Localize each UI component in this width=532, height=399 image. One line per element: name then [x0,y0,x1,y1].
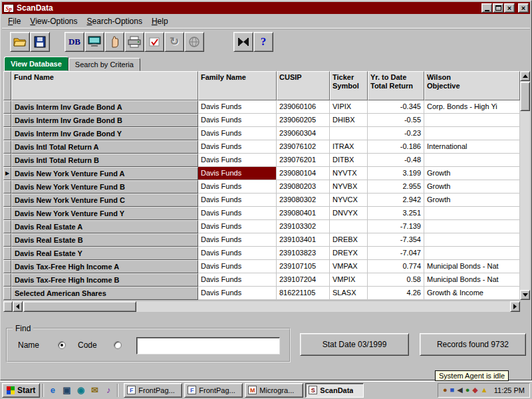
grid-cell[interactable] [330,220,368,233]
grid-cell[interactable]: 239103302 [277,220,330,233]
grid-cell[interactable]: NYVBX [330,180,368,194]
help-button[interactable]: ? [253,32,273,52]
grid-cell[interactable]: -7.354 [368,233,424,247]
grid-cell[interactable]: SLASX [330,287,368,300]
grid-cell[interactable]: Davis Funds [198,273,277,287]
grid-cell[interactable]: -0.186 [368,140,424,154]
row-marker[interactable] [3,233,11,247]
grid-cell[interactable]: 239107204 [277,273,330,287]
fund-name-cell[interactable]: Davis Intl Total Return B [11,154,198,167]
grid-cell[interactable]: DITBX [330,154,368,167]
grid-cell[interactable]: Growth [424,167,520,180]
row-marker[interactable] [3,140,11,154]
grid-cell[interactable]: Growth & Income [424,287,520,300]
column-header-ticker-symbol[interactable]: Ticker Symbol [330,71,368,100]
fund-name-cell[interactable]: Davis New York Venture Fund A [11,167,198,180]
menu-item-search-options[interactable]: Search-Options [82,15,147,27]
fund-name-cell[interactable]: Davis Interm Inv Grade Bond B [11,114,198,127]
grid-cell[interactable]: 2.942 [368,194,424,207]
taskbar-task-microgra-2[interactable]: MMicrogra... [245,383,303,398]
grid-cell[interactable]: DHIBX [330,114,368,127]
grid-cell[interactable]: VMPAX [330,260,368,273]
scroll-right-button[interactable] [510,301,520,312]
grid-cell[interactable] [424,247,520,260]
menu-item-file[interactable]: File [3,15,25,27]
fund-name-cell[interactable]: Davis Tax-Free High Income A [11,260,198,273]
grid-cell[interactable] [424,207,520,220]
grid-cell[interactable] [424,220,520,233]
fund-name-cell[interactable]: Davis Real Estate B [11,233,198,247]
grid-cell[interactable]: ITRAX [330,140,368,154]
row-marker[interactable] [3,180,11,194]
grid-cell[interactable]: DNVYX [330,207,368,220]
grid-cell[interactable]: Davis Funds [198,114,277,127]
tab-view-database[interactable]: View Database [4,57,68,71]
grid-cell[interactable]: 239080302 [277,194,330,207]
grid-cell[interactable]: 239103401 [277,233,330,247]
grid-cell[interactable]: 0.58 [368,273,424,287]
view-monitor-button[interactable] [84,32,104,52]
grid-cell[interactable] [424,233,520,247]
column-header-yr-to-date-total-return[interactable]: Yr. to Date Total Return [368,71,424,100]
grid-cell[interactable]: 4.26 [368,287,424,300]
show-desktop-icon[interactable]: ▣ [61,384,72,396]
ie-icon[interactable]: e [47,384,59,396]
grid-cell[interactable]: 239076201 [277,154,330,167]
save-button[interactable] [30,32,50,52]
db-button[interactable]: DB [65,32,84,52]
maximize-button[interactable] [493,3,503,13]
grid-cell[interactable]: Davis Funds [198,247,277,260]
grid-cell[interactable]: Davis Funds [198,167,277,180]
horizontal-scroll-thumb[interactable] [23,301,136,312]
scheduler-icon[interactable]: ● [443,386,448,394]
column-header-cusip[interactable]: CUSIP [277,71,330,100]
battery-icon[interactable]: ▲ [481,386,488,394]
row-marker[interactable] [3,273,11,287]
fund-name-cell[interactable]: Davis Interm Inv Grade Bond A [11,100,198,114]
scroll-left-button[interactable] [13,301,23,312]
grid-cell[interactable]: Davis Funds [198,180,277,194]
row-marker[interactable] [3,194,11,207]
grid-cell[interactable]: Davis Funds [198,127,277,140]
grid-cell[interactable]: Davis Funds [198,207,277,220]
grid-cell[interactable]: Davis Funds [198,260,277,273]
grid-cell[interactable]: Growth [424,180,520,194]
grid-cell[interactable]: -7.047 [368,247,424,260]
grid-cell[interactable]: Corp. Bonds - High Yi [424,100,520,114]
column-header-fund-name[interactable]: Fund Name [11,71,198,100]
grid-cell[interactable]: -0.48 [368,154,424,167]
verify-button[interactable] [144,32,164,52]
grid-cell[interactable]: 239060304 [277,127,330,140]
vertical-scrollbar[interactable] [520,71,530,300]
fund-name-cell[interactable]: Davis Tax-Free High Income B [11,273,198,287]
menu-item-help[interactable]: Help [147,15,173,27]
close-button[interactable]: × [504,3,515,13]
taskbar-task-scandata-3[interactable]: SScanData [305,383,364,398]
grid-cell[interactable]: DREBX [330,233,368,247]
menu-item-view-options[interactable]: View-Options [25,15,82,27]
column-header-wilson-objective[interactable]: Wilson Objective [424,71,520,100]
grid-cell[interactable] [424,114,520,127]
grid-cell[interactable]: 0.774 [368,260,424,273]
grid-cell[interactable]: -0.55 [368,114,424,127]
row-marker[interactable]: ▶ [3,167,11,180]
close-button-outer[interactable]: × [518,3,529,13]
grid-cell[interactable] [330,127,368,140]
grid-cell[interactable]: 239060205 [277,114,330,127]
grid-cell[interactable]: Davis Funds [198,233,277,247]
minimize-button[interactable] [481,3,492,13]
fund-name-cell[interactable]: Davis Real Estate Y [11,247,198,260]
horizontal-scrollbar[interactable] [13,301,520,312]
display-icon[interactable]: ■ [450,386,455,394]
grid-cell[interactable]: -0.345 [368,100,424,114]
grid-cell[interactable]: International [424,140,520,154]
row-marker[interactable] [3,247,11,260]
grid-cell[interactable]: Davis Funds [198,140,277,154]
find-input[interactable] [136,337,280,354]
join-button[interactable] [233,32,253,52]
grid-cell[interactable]: 239080203 [277,180,330,194]
grid-cell[interactable]: Growth [424,194,520,207]
scroll-up-button[interactable] [520,71,530,81]
grid-cell[interactable]: 3.251 [368,207,424,220]
grid-cell[interactable]: Davis Funds [198,154,277,167]
